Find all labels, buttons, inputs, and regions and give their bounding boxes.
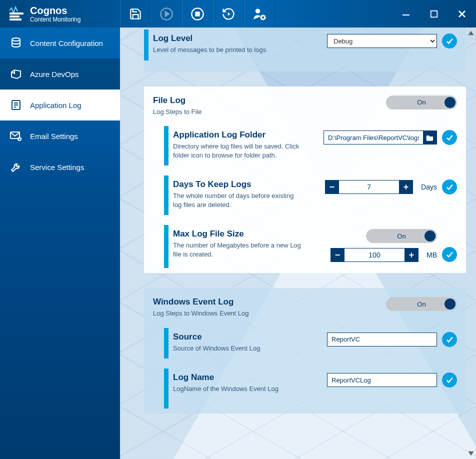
panel-file-log: File Log Log Steps to File On	[144, 86, 466, 274]
content-scroll[interactable]: Log Level Level of messages to be printe…	[120, 28, 476, 459]
database-icon	[9, 36, 23, 50]
section-source: Source Source of Windows Event Log	[164, 323, 466, 364]
decrement-button[interactable]: −	[325, 180, 339, 194]
panel-windows-event-log: Windows Event Log Log Steps to Windows E…	[144, 288, 466, 414]
win-log-toggle[interactable]: On	[386, 297, 457, 311]
file-log-title: File Log	[153, 96, 202, 106]
minimize-button[interactable]	[392, 0, 420, 28]
decrement-button[interactable]: −	[330, 248, 344, 262]
sidebar-item-email-settings[interactable]: Email Settings	[0, 120, 120, 152]
sidebar-item-label: Content Configuration	[30, 39, 103, 48]
app-title: Cognos	[30, 6, 80, 16]
svg-marker-4	[166, 12, 169, 16]
source-input[interactable]	[327, 332, 437, 346]
svg-point-8	[256, 8, 260, 13]
svg-rect-11	[431, 10, 438, 17]
log-name-desc: LogName of the Windows Event Log	[173, 384, 278, 394]
win-log-title: Windows Event Log	[153, 297, 249, 307]
log-icon	[9, 98, 23, 112]
confirm-icon[interactable]	[442, 130, 457, 145]
user-settings-button[interactable]	[244, 0, 275, 28]
file-log-desc: Log Steps to File	[153, 108, 202, 116]
max-size-toggle[interactable]: On	[366, 229, 437, 243]
maximize-button[interactable]	[420, 0, 448, 28]
days-keep-desc: The whole number of days before existing…	[173, 192, 303, 209]
sidebar-item-label: Email Settings	[30, 132, 78, 140]
close-button[interactable]	[448, 0, 476, 28]
section-app-log-folder: Application Log Folder Directory where l…	[164, 121, 466, 170]
stop-button[interactable]	[182, 0, 213, 28]
svg-marker-15	[12, 70, 20, 78]
mb-unit: MB	[426, 251, 437, 259]
sidebar-item-service-settings[interactable]: Service Settings	[0, 152, 120, 182]
app-logo-icon	[8, 5, 26, 23]
browse-folder-button[interactable]	[423, 130, 437, 144]
sidebar-item-label: Application Log	[30, 101, 82, 110]
sidebar: Content Configuration Azure DevOps Appli…	[0, 28, 120, 459]
increment-button[interactable]: +	[399, 180, 413, 194]
log-level-title: Log Level	[153, 34, 266, 44]
confirm-icon[interactable]	[442, 180, 457, 194]
svg-rect-2	[10, 18, 22, 20]
title-bar: Cognos Content Monitoring	[0, 0, 476, 28]
save-button[interactable]	[120, 0, 151, 28]
email-settings-icon	[9, 129, 23, 143]
svg-marker-7	[228, 12, 230, 16]
app-subtitle: Content Monitoring	[30, 16, 80, 22]
section-max-log-size: Max Log File Size The number of Megabyte…	[164, 220, 466, 273]
app-log-folder-input[interactable]	[324, 130, 424, 144]
svg-rect-1	[10, 16, 20, 18]
days-unit: Days	[421, 183, 437, 191]
azure-devops-icon	[9, 67, 23, 81]
play-button[interactable]	[151, 0, 182, 28]
svg-point-14	[12, 38, 20, 41]
app-logo: Cognos Content Monitoring	[0, 0, 120, 28]
svg-point-21	[18, 138, 21, 140]
svg-rect-6	[196, 12, 200, 16]
confirm-icon[interactable]	[442, 247, 457, 262]
section-log-name: Log Name LogName of the Windows Event Lo…	[164, 364, 466, 414]
days-keep-title: Days To Keep Logs	[173, 180, 303, 190]
section-days-keep-logs: Days To Keep Logs The whole number of da…	[164, 170, 466, 220]
confirm-icon[interactable]	[442, 34, 457, 48]
log-name-title: Log Name	[173, 372, 278, 382]
win-log-desc: Log Steps to Windows Event Log	[153, 309, 249, 318]
source-desc: Source of Windows Event Log	[173, 344, 260, 353]
increment-button[interactable]: +	[404, 248, 418, 262]
window-controls	[392, 0, 476, 28]
max-size-input[interactable]	[344, 248, 404, 262]
app-log-folder-desc: Directory where log files will be saved.…	[173, 142, 303, 160]
file-log-toggle[interactable]: On	[386, 96, 457, 110]
log-level-desc: Level of messages to be printed to logs	[153, 46, 266, 54]
source-title: Source	[173, 332, 260, 342]
max-size-title: Max Log File Size	[173, 229, 303, 239]
sidebar-item-label: Azure DevOps	[30, 70, 79, 78]
toolbar	[120, 0, 275, 28]
restart-button[interactable]	[213, 0, 244, 28]
sidebar-item-content-configuration[interactable]: Content Configuration	[0, 28, 120, 58]
confirm-icon[interactable]	[442, 332, 457, 347]
log-name-input[interactable]	[327, 373, 437, 387]
main-content: Log Level Level of messages to be printe…	[120, 28, 476, 459]
confirm-icon[interactable]	[442, 372, 457, 388]
sidebar-item-application-log[interactable]: Application Log	[0, 90, 120, 120]
sidebar-item-label: Service Settings	[30, 163, 84, 172]
section-log-level: Log Level Level of messages to be printe…	[144, 28, 466, 66]
days-keep-input[interactable]	[339, 180, 399, 194]
sidebar-item-azure-devops[interactable]: Azure DevOps	[0, 58, 120, 90]
app-log-folder-title: Application Log Folder	[173, 130, 303, 140]
max-size-desc: The number of Megabytes before a new Log…	[173, 241, 303, 258]
svg-rect-0	[10, 12, 24, 14]
log-level-select[interactable]: Debug	[327, 34, 437, 48]
tools-icon	[9, 160, 23, 174]
